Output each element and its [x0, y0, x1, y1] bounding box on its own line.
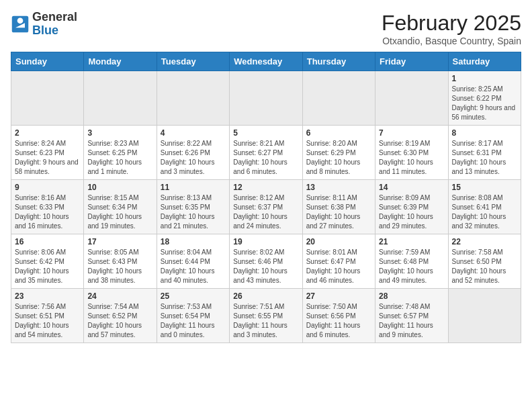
day-number: 2 — [15, 128, 80, 138]
day-info: Sunrise: 8:25 AMSunset: 6:22 PMDaylight:… — [452, 85, 517, 122]
day-info: Sunrise: 8:05 AMSunset: 6:43 PMDaylight:… — [87, 248, 152, 285]
day-number: 5 — [233, 128, 298, 138]
day-number: 6 — [306, 128, 371, 138]
calendar-cell: 7Sunrise: 8:19 AMSunset: 6:30 PMDaylight… — [375, 126, 448, 180]
calendar-cell: 19Sunrise: 8:02 AMSunset: 6:46 PMDayligh… — [230, 234, 302, 289]
calendar-cell — [84, 71, 157, 126]
day-number: 15 — [452, 183, 517, 192]
calendar-cell: 26Sunrise: 7:51 AMSunset: 6:55 PMDayligh… — [230, 289, 302, 343]
calendar-cell: 27Sunrise: 7:50 AMSunset: 6:56 PMDayligh… — [302, 289, 375, 343]
weekday-header-monday: Monday — [84, 52, 157, 71]
day-number: 21 — [379, 237, 444, 246]
day-number: 22 — [452, 237, 517, 246]
day-info: Sunrise: 7:54 AMSunset: 6:52 PMDaylight:… — [87, 302, 152, 340]
day-info: Sunrise: 8:08 AMSunset: 6:41 PMDaylight:… — [452, 193, 517, 231]
day-number: 13 — [306, 183, 371, 192]
day-number: 18 — [161, 237, 226, 246]
day-info: Sunrise: 8:17 AMSunset: 6:31 PMDaylight:… — [452, 139, 517, 177]
day-info: Sunrise: 8:15 AMSunset: 6:34 PMDaylight:… — [87, 193, 152, 231]
day-info: Sunrise: 8:24 AMSunset: 6:23 PMDaylight:… — [15, 139, 80, 177]
day-number: 17 — [87, 237, 152, 246]
calendar-body: 1Sunrise: 8:25 AMSunset: 6:22 PMDaylight… — [11, 71, 521, 343]
logo-blue-text: Blue — [32, 24, 58, 37]
day-info: Sunrise: 8:13 AMSunset: 6:35 PMDaylight:… — [161, 193, 226, 231]
calendar-cell: 24Sunrise: 7:54 AMSunset: 6:52 PMDayligh… — [84, 289, 157, 343]
calendar-cell — [230, 71, 302, 126]
day-info: Sunrise: 8:21 AMSunset: 6:27 PMDaylight:… — [233, 139, 298, 177]
day-number: 26 — [233, 291, 298, 301]
calendar-cell: 25Sunrise: 7:53 AMSunset: 6:54 PMDayligh… — [157, 289, 229, 343]
weekday-header-saturday: Saturday — [448, 52, 521, 71]
day-number: 19 — [233, 237, 298, 246]
day-info: Sunrise: 8:22 AMSunset: 6:26 PMDaylight:… — [161, 139, 226, 177]
day-number: 10 — [87, 183, 152, 192]
day-info: Sunrise: 8:04 AMSunset: 6:44 PMDaylight:… — [161, 248, 226, 285]
day-info: Sunrise: 8:06 AMSunset: 6:42 PMDaylight:… — [15, 248, 80, 285]
calendar-cell: 13Sunrise: 8:11 AMSunset: 6:38 PMDayligh… — [302, 180, 375, 234]
day-info: Sunrise: 8:01 AMSunset: 6:47 PMDaylight:… — [306, 248, 371, 285]
calendar-cell: 12Sunrise: 8:12 AMSunset: 6:37 PMDayligh… — [230, 180, 302, 234]
calendar-cell: 20Sunrise: 8:01 AMSunset: 6:47 PMDayligh… — [302, 234, 375, 289]
calendar-header-row: SundayMondayTuesdayWednesdayThursdayFrid… — [11, 52, 521, 71]
day-info: Sunrise: 8:19 AMSunset: 6:30 PMDaylight:… — [379, 139, 444, 177]
calendar-cell: 28Sunrise: 7:48 AMSunset: 6:57 PMDayligh… — [375, 289, 448, 343]
calendar-cell: 5Sunrise: 8:21 AMSunset: 6:27 PMDaylight… — [230, 126, 302, 180]
calendar-cell: 1Sunrise: 8:25 AMSunset: 6:22 PMDaylight… — [448, 71, 521, 126]
calendar-cell: 16Sunrise: 8:06 AMSunset: 6:42 PMDayligh… — [11, 234, 84, 289]
day-number: 16 — [15, 237, 80, 246]
day-info: Sunrise: 8:02 AMSunset: 6:46 PMDaylight:… — [233, 248, 298, 285]
day-number: 11 — [161, 183, 226, 192]
calendar-week-3: 9Sunrise: 8:16 AMSunset: 6:33 PMDaylight… — [11, 180, 521, 234]
day-number: 27 — [306, 291, 371, 301]
calendar-cell: 17Sunrise: 8:05 AMSunset: 6:43 PMDayligh… — [84, 234, 157, 289]
logo: General Blue — [11, 11, 77, 38]
day-info: Sunrise: 7:51 AMSunset: 6:55 PMDaylight:… — [233, 302, 298, 340]
weekday-header-wednesday: Wednesday — [230, 52, 302, 71]
day-number: 28 — [379, 291, 444, 301]
calendar-week-1: 1Sunrise: 8:25 AMSunset: 6:22 PMDaylight… — [11, 71, 521, 126]
day-info: Sunrise: 8:23 AMSunset: 6:25 PMDaylight:… — [87, 139, 152, 177]
day-info: Sunrise: 8:16 AMSunset: 6:33 PMDaylight:… — [15, 193, 80, 231]
day-number: 1 — [452, 74, 517, 83]
day-info: Sunrise: 7:53 AMSunset: 6:54 PMDaylight:… — [161, 302, 226, 340]
weekday-header-thursday: Thursday — [302, 52, 375, 71]
day-number: 20 — [306, 237, 371, 246]
calendar-cell: 6Sunrise: 8:20 AMSunset: 6:29 PMDaylight… — [302, 126, 375, 180]
calendar-cell — [302, 71, 375, 126]
calendar-week-5: 23Sunrise: 7:56 AMSunset: 6:51 PMDayligh… — [11, 289, 521, 343]
logo-icon — [11, 15, 30, 34]
calendar-cell: 14Sunrise: 8:09 AMSunset: 6:39 PMDayligh… — [375, 180, 448, 234]
day-number: 14 — [379, 183, 444, 192]
calendar-cell: 22Sunrise: 7:58 AMSunset: 6:50 PMDayligh… — [448, 234, 521, 289]
logo-general-text: General — [32, 10, 77, 24]
calendar-table: SundayMondayTuesdayWednesdayThursdayFrid… — [11, 52, 521, 343]
day-info: Sunrise: 7:58 AMSunset: 6:50 PMDaylight:… — [452, 248, 517, 285]
calendar-cell: 15Sunrise: 8:08 AMSunset: 6:41 PMDayligh… — [448, 180, 521, 234]
calendar-cell: 8Sunrise: 8:17 AMSunset: 6:31 PMDaylight… — [448, 126, 521, 180]
calendar-cell: 21Sunrise: 7:59 AMSunset: 6:48 PMDayligh… — [375, 234, 448, 289]
calendar-week-2: 2Sunrise: 8:24 AMSunset: 6:23 PMDaylight… — [11, 126, 521, 180]
calendar-cell: 3Sunrise: 8:23 AMSunset: 6:25 PMDaylight… — [84, 126, 157, 180]
day-number: 9 — [15, 183, 80, 192]
calendar-cell — [448, 289, 521, 343]
calendar-cell — [375, 71, 448, 126]
day-info: Sunrise: 8:09 AMSunset: 6:39 PMDaylight:… — [379, 193, 444, 231]
day-number: 7 — [379, 128, 444, 138]
day-number: 23 — [15, 291, 80, 301]
calendar-cell: 11Sunrise: 8:13 AMSunset: 6:35 PMDayligh… — [157, 180, 229, 234]
day-number: 8 — [452, 128, 517, 138]
weekday-header-sunday: Sunday — [11, 52, 84, 71]
logo-text: General Blue — [32, 11, 77, 38]
calendar-cell: 2Sunrise: 8:24 AMSunset: 6:23 PMDaylight… — [11, 126, 84, 180]
calendar-cell: 18Sunrise: 8:04 AMSunset: 6:44 PMDayligh… — [157, 234, 229, 289]
calendar-cell — [11, 71, 84, 126]
day-number: 25 — [161, 291, 226, 301]
calendar-cell: 10Sunrise: 8:15 AMSunset: 6:34 PMDayligh… — [84, 180, 157, 234]
day-info: Sunrise: 7:56 AMSunset: 6:51 PMDaylight:… — [15, 302, 80, 340]
day-number: 3 — [87, 128, 152, 138]
day-info: Sunrise: 8:11 AMSunset: 6:38 PMDaylight:… — [306, 193, 371, 231]
month-title: February 2025 — [382, 11, 521, 36]
calendar-cell — [157, 71, 229, 126]
location-subtitle: Otxandio, Basque Country, Spain — [382, 36, 521, 46]
day-number: 4 — [161, 128, 226, 138]
